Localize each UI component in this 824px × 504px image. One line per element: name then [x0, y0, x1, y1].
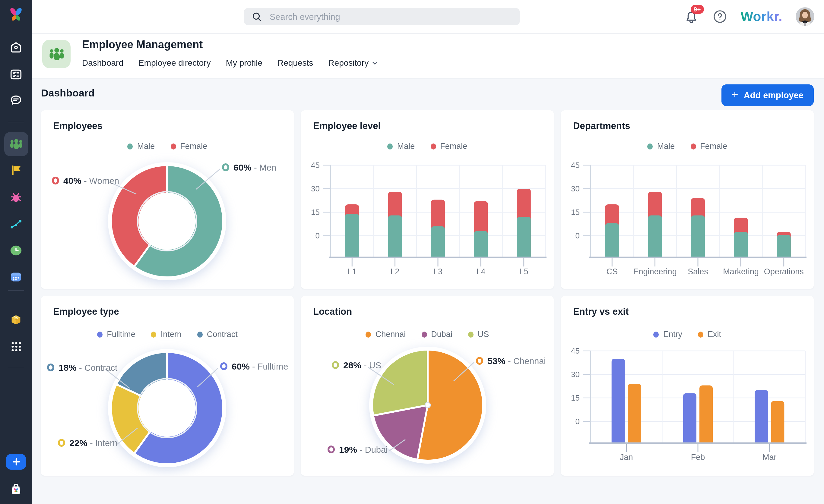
card-employee-level: Employee level 4530150L1L2L3L4L5 MaleFem…	[301, 110, 554, 289]
legend-dot-icon	[690, 143, 696, 149]
help-button[interactable]	[712, 9, 727, 24]
tab-repository[interactable]: Repository	[328, 58, 378, 68]
pie-callout-label: 53%- Chennai	[476, 356, 546, 366]
tab-bar: Dashboard Employee directory My profile …	[82, 58, 378, 68]
legend-item: Chennai	[366, 330, 406, 339]
card-location: Location ChennaiDubaiUS 53%- Chennai19%-…	[301, 296, 554, 476]
legend-dot-icon	[171, 143, 176, 149]
clock-icon	[9, 244, 23, 257]
sidebar-add-button[interactable]	[6, 454, 26, 470]
sidebar	[0, 0, 32, 504]
svg-text:15: 15	[571, 393, 580, 402]
svg-text:15: 15	[571, 208, 580, 217]
svg-text:30: 30	[311, 184, 320, 193]
tab-dashboard[interactable]: Dashboard	[82, 58, 123, 68]
callout-ring-icon	[327, 446, 335, 453]
svg-text:45: 45	[571, 346, 580, 355]
legend-item: Fulltime	[97, 330, 135, 339]
svg-text:L1: L1	[347, 267, 356, 276]
card-employees: Employees MaleFemale 60%- Men40%- Women	[41, 110, 294, 289]
plus-icon	[12, 458, 20, 466]
svg-text:45: 45	[311, 161, 320, 170]
svg-text:0: 0	[576, 231, 580, 240]
svg-text:Mar: Mar	[762, 453, 777, 462]
sidebar-item-bugs[interactable]	[0, 191, 32, 204]
sidebar-item-employees-active[interactable]	[4, 132, 28, 156]
svg-text:CS: CS	[606, 267, 618, 276]
svg-text:Jan: Jan	[620, 453, 633, 462]
brand-wordmark: Workr.	[740, 9, 783, 24]
legend-item: Entry	[653, 330, 682, 339]
tab-employee-directory[interactable]: Employee directory	[138, 58, 211, 68]
svg-text:30: 30	[571, 370, 580, 379]
plus-icon: +	[732, 88, 738, 101]
legend-dot-icon	[653, 331, 659, 337]
app-title: Employee Management	[82, 38, 203, 51]
brand-logo-icon[interactable]	[7, 5, 25, 24]
legend-item: US	[468, 330, 489, 339]
sidebar-item-packages[interactable]	[0, 313, 32, 327]
flag-icon	[9, 163, 23, 177]
svg-text:45: 45	[571, 161, 580, 170]
pie-callout-label: 28%- US	[332, 360, 381, 370]
sidebar-item-apps[interactable]	[0, 340, 32, 353]
sidebar-item-flag[interactable]	[0, 163, 32, 177]
calendar-icon	[9, 270, 23, 284]
tasks-icon	[9, 68, 23, 82]
pie-callout-label: 60%- Fulltime	[220, 361, 288, 371]
chart-legend: EntryExit	[561, 330, 814, 339]
notification-badge: 9+	[690, 5, 704, 14]
legend-item: Dubai	[421, 330, 452, 339]
svg-text:L3: L3	[433, 267, 442, 276]
add-employee-button[interactable]: + Add employee	[721, 85, 814, 106]
pie-callout-label: 22%- Intern	[58, 438, 118, 448]
sidebar-item-time[interactable]	[0, 244, 32, 257]
svg-text:L2: L2	[391, 267, 400, 276]
svg-text:Feb: Feb	[691, 453, 705, 462]
bug-icon	[9, 191, 23, 204]
sidebar-item-chat[interactable]	[0, 94, 32, 107]
employee-level-bar-chart: 4530150L1L2L3L4L5	[301, 110, 554, 289]
pie-callout-label: 40%- Women	[52, 175, 119, 186]
people-icon	[47, 45, 66, 63]
callout-ring-icon	[52, 177, 59, 184]
card-entry-exit: Entry vs exit 4530150JanFebMar EntryExit	[561, 296, 814, 476]
legend-item: Intern	[151, 330, 182, 339]
legend-item: Female	[171, 142, 207, 151]
svg-text:L5: L5	[519, 267, 528, 276]
callout-ring-icon	[332, 361, 339, 369]
search-icon	[251, 11, 263, 22]
people-icon	[8, 136, 24, 152]
main-content: Dashboard + Add employee Employees MaleF…	[32, 79, 824, 504]
sidebar-item-home[interactable]	[0, 40, 32, 54]
svg-text:Engineering: Engineering	[633, 267, 677, 276]
avatar[interactable]	[796, 7, 814, 26]
departments-bar-chart: 4530150CSEngineeringSalesMarketingOperat…	[561, 110, 814, 289]
sidebar-item-schedule[interactable]	[0, 270, 32, 284]
tab-my-profile[interactable]: My profile	[226, 58, 263, 68]
callout-ring-icon	[58, 439, 65, 447]
legend-dot-icon	[388, 143, 393, 149]
legend-dot-icon	[698, 331, 703, 337]
search-bar[interactable]	[244, 8, 520, 25]
callout-ring-icon	[220, 362, 227, 370]
app-icon	[42, 40, 71, 68]
svg-text:0: 0	[315, 231, 320, 240]
legend-dot-icon	[468, 331, 474, 337]
help-icon	[712, 9, 727, 24]
search-input[interactable]	[269, 11, 500, 22]
trend-icon	[9, 217, 23, 231]
sidebar-item-tasks[interactable]	[0, 68, 32, 82]
svg-text:15: 15	[311, 208, 320, 217]
sidebar-item-analytics[interactable]	[0, 217, 32, 231]
sidebar-item-marketplace[interactable]	[0, 481, 32, 496]
tab-requests[interactable]: Requests	[278, 58, 313, 68]
sidebar-divider	[8, 122, 24, 122]
svg-text:Operations: Operations	[764, 267, 804, 276]
apps-grid-icon	[9, 340, 23, 353]
pie-callout-label: 18%- Contract	[47, 362, 117, 373]
legend-dot-icon	[421, 331, 427, 337]
notifications-button[interactable]: 9+	[683, 9, 699, 24]
avatar-image	[796, 7, 814, 26]
svg-text:30: 30	[571, 184, 580, 193]
